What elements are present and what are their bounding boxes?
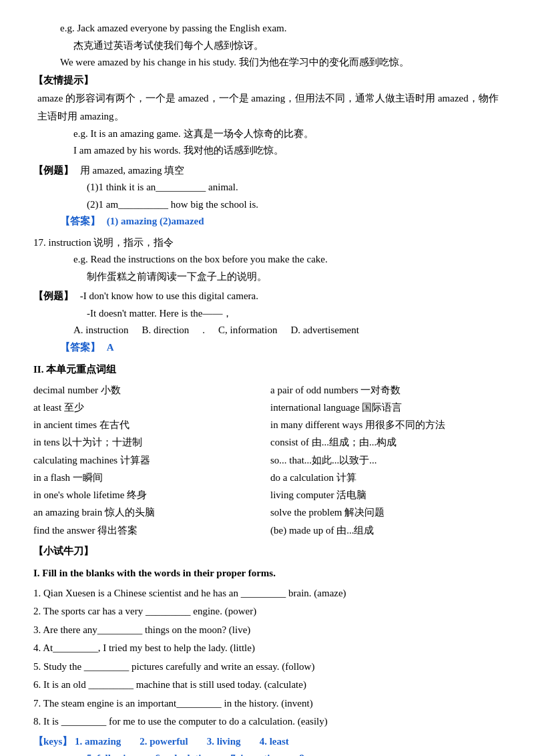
vocab-grid: decimal number 小数a pair of odd numbers 一… [33,381,501,539]
eg4-text: I am amazed by his words. 我对他的话感到吃惊。 [73,145,284,156]
vocab-left: at least 至少 [33,399,264,416]
vocab-right: so... that...如此...以致于... [270,451,501,469]
q2-text: (2)1 am__________ how big the school is. [87,199,258,210]
example1-label: 【例题】 [33,165,73,176]
example1-instruction: 用 amazed, amazing 填空 [76,165,185,176]
section2-title: II. 本单元重点词组 [33,361,501,379]
fill-title: I. Fill in the blanks with the words in … [33,565,501,582]
vocab-left: an amazing brain 惊人的头脑 [33,504,264,521]
fill-item: 1. Qian Xuesen is a Chinese scientist an… [33,585,501,602]
vocab-right: international language 国际语言 [270,399,501,416]
vocab-left: in a flash 一瞬间 [33,469,264,486]
vocab-left: find the answer 得出答案 [33,522,264,539]
eg3-line: e.g. It is an amazing game. 这真是一场令人惊奇的比赛… [33,126,501,143]
key-item: 6. calculating [155,753,212,756]
eg1-cn-line: 杰克通过英语考试使我们每个人感到惊讶。 [33,37,501,55]
tip-box: 【友情提示】 amaze 的形容词有两个，一个是 amazed，一个是 amaz… [33,71,501,126]
keys-row: 【keys】 1. amazing2. powerful3. living4. … [33,733,501,756]
eg1-cn-text: 杰克通过英语考试使我们每个人感到惊讶。 [73,40,264,51]
option-d: D. advertisement [290,322,358,339]
answer1-content: (1) amazing (2)amazed [103,216,204,226]
vocab-left: in ancient times 在古代 [33,416,264,433]
example2-q2: -It doesn't matter. Here is the——， [87,308,232,319]
option-c: C, information [218,322,277,339]
keys-label: 【keys】 [33,736,75,747]
eg2-text: We were amazed by his change in his stud… [60,57,409,67]
key-item: 8. easy [299,753,328,756]
vocab-left: calculating machines 计算器 [33,451,264,469]
page-content: e.g. Jack amazed everyone by passing the… [33,20,501,756]
key-item: 3. living [207,736,241,747]
eg2-line: We were amazed by his change in his stud… [33,54,501,71]
eg5-text: e.g. Read the instructions on the box be… [73,254,328,264]
answer1-label: 【答案】 [60,216,100,226]
answer2-content: A [103,342,114,353]
fill-item: 4. At_________, I tried my best to help … [33,640,501,657]
fill-item: 5. Study the _________ pictures carefull… [33,658,501,676]
item17-text: 17. instruction 说明，指示，指令 [33,237,174,248]
vocab-right: (be) made up of 由...组成 [270,522,501,539]
section3-title-text: 【小试牛刀】 [33,546,93,556]
key-item: 2. powerful [140,736,188,747]
vocab-right: in many different ways 用很多不同的方法 [270,416,501,433]
vocab-right: a pair of odd numbers 一对奇数 [270,381,501,399]
vocab-right: living computer 活电脑 [270,486,501,504]
vocab-right: do a calculation 计算 [270,469,501,486]
vocab-right: consist of 由...组成；由...构成 [270,433,501,451]
example2-label: 【例题】 [33,291,73,301]
eg1-line: e.g. Jack amazed everyone by passing the… [33,20,501,37]
item17-line: 17. instruction 说明，指示，指令 [33,234,501,252]
fill-item: 3. Are there any_________ things on the … [33,622,501,639]
tip-content: amaze 的形容词有两个，一个是 amazed，一个是 amazing，但用法… [33,89,501,126]
key-item: 5. following [87,753,136,756]
answer2-label: 【答案】 [60,342,100,353]
section2-title-text: II. 本单元重点词组 [33,364,116,375]
eg3-text: e.g. It is an amazing game. 这真是一场令人惊奇的比赛… [73,128,314,139]
key-item: 4. least [260,736,289,747]
vocab-right: solve the problem 解决问题 [270,504,501,521]
key-item: 7. invention [230,753,280,756]
eg5-line: e.g. Read the instructions on the box be… [33,251,501,268]
eg5-cn-line: 制作蛋糕之前请阅读一下盒子上的说明。 [33,268,501,286]
answer1-line: 【答案】 (1) amazing (2)amazed [33,213,501,230]
fill-item: 6. It is an old _________ machine that i… [33,677,501,694]
vocab-left: decimal number 小数 [33,381,264,399]
option-b: B. direction [142,322,190,339]
answer2-line: 【答案】 A [33,339,501,357]
example2-q2-line: -It doesn't matter. Here is the——， [33,305,501,323]
example2-block: 【例题】 -I don't know how to use this digit… [33,288,501,305]
eg4-line: I am amazed by his words. 我对他的话感到吃惊。 [33,142,501,160]
example1-block: 【例题】 用 amazed, amazing 填空 [33,162,501,180]
key-item: 1. amazing [75,736,121,747]
fill-item: 8. It is _________ for me to use the com… [33,713,501,731]
vocab-left: in one's whole lifetime 终身 [33,486,264,504]
vocab-left: in tens 以十为计；十进制 [33,433,264,451]
example2-q1: -I don't know how to use this digital ca… [76,291,258,301]
option-dot: . [202,322,205,339]
q1-text: (1)1 think it is an__________ animal. [87,182,238,192]
q2-line: (2)1 am__________ how big the school is. [33,196,501,214]
fill-items-container: 1. Qian Xuesen is a Chinese scientist an… [33,585,501,731]
eg1-text: e.g. Jack amazed everyone by passing the… [60,23,286,33]
q1-line: (1)1 think it is an__________ animal. [33,179,501,196]
fill-item: 2. The sports car has a very _________ e… [33,603,501,620]
section3-title: 【小试牛刀】 [33,543,501,560]
fill-item: 7. The steam engine is an important_____… [33,695,501,713]
eg5-cn-text: 制作蛋糕之前请阅读一下盒子上的说明。 [87,271,267,282]
fill-title-text: I. Fill in the blanks with the words in … [33,568,276,578]
option-a: A. instruction [73,322,129,339]
options-line: A. instruction B. direction . C, informa… [33,322,501,339]
tip-label: 【友情提示】 [33,71,93,89]
